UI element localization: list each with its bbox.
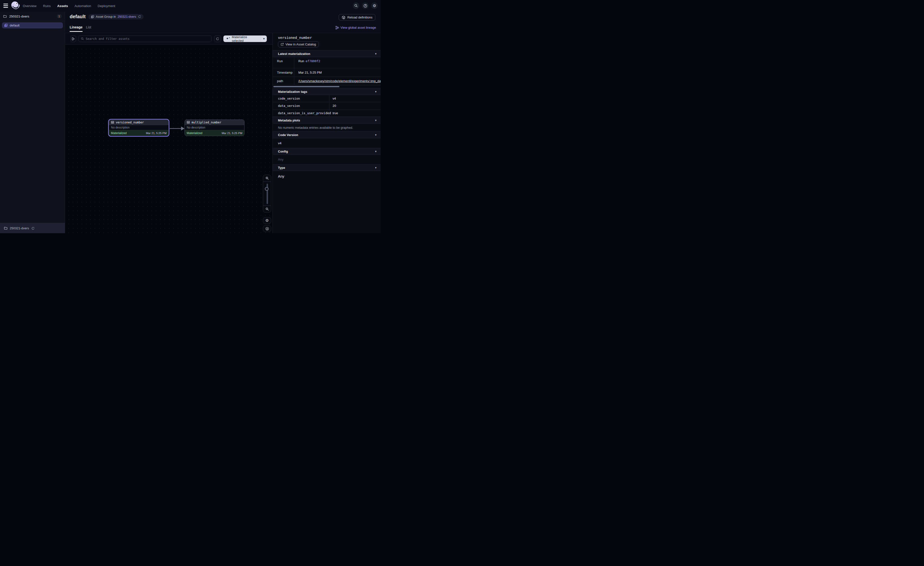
timestamp-key: Timestamp [273, 68, 294, 77]
page-title: default [70, 14, 86, 20]
sidebar-repo-name: 250321-dvers [9, 15, 54, 18]
table-icon [111, 121, 114, 124]
collapse-caret-icon: ▼ [375, 53, 377, 55]
download-graph-button[interactable] [263, 225, 271, 232]
config-value: Any [273, 155, 381, 164]
section-config[interactable]: Config ▼ [273, 148, 381, 155]
materialize-dropdown-button[interactable]: ▼ [261, 35, 267, 42]
materialize-main[interactable]: ✦✦ Materialize selected [224, 35, 261, 42]
asset-node-multiplied-number[interactable]: multiplied_number No description Materia… [184, 119, 244, 136]
view-tabs: Lineage List [70, 25, 91, 32]
help-button[interactable]: ? [362, 2, 369, 9]
settings-button[interactable]: ⚙ [371, 2, 378, 9]
view-global-lineage-label: View global asset lineage [340, 26, 376, 29]
sidebar-item-default[interactable]: default [2, 23, 63, 29]
reload-repo-icon[interactable] [32, 227, 35, 230]
materialized-status: Materialized [187, 131, 202, 135]
nav-runs[interactable]: Runs [43, 4, 51, 8]
top-nav: Overview Runs Assets Automation Deployme… [0, 0, 381, 12]
refresh-graph-button[interactable] [214, 35, 221, 42]
tab-lineage[interactable]: Lineage [70, 25, 82, 32]
path-link[interactable]: /Users/smackesey/stm/code/elementl/exper… [298, 79, 381, 83]
graph-settings-button[interactable]: ⚙ [263, 217, 271, 224]
lineage-graph-canvas[interactable]: versioned_number No description Material… [65, 45, 272, 233]
run-id-link[interactable]: ef7800f2 [306, 59, 320, 63]
dagster-app: Overview Runs Assets Automation Deployme… [0, 0, 381, 233]
tag-key: data_version [273, 102, 330, 109]
nav-assets[interactable]: Assets [57, 4, 68, 8]
path-key: path [273, 77, 294, 85]
zoom-in-button[interactable] [263, 175, 271, 181]
collapse-caret-icon: ▼ [375, 119, 377, 122]
collapse-caret-icon: ▼ [375, 166, 377, 169]
zoom-slider-track[interactable] [267, 184, 268, 204]
collapse-caret-icon: ▼ [375, 150, 377, 153]
chevron-down-icon: ▼ [262, 38, 265, 40]
section-type[interactable]: Type ▼ [273, 164, 381, 171]
view-in-asset-catalog-button[interactable]: View in Asset Catalog [278, 41, 319, 47]
tag-key: data_version_is_user_provided [273, 110, 330, 117]
tag-row-code-version: code_version v4 [273, 95, 381, 102]
scrollbar-thumb[interactable] [273, 86, 339, 87]
menu-icon[interactable] [3, 4, 8, 8]
asset-node-header: multiplied_number [185, 120, 244, 125]
section-latest-materialization[interactable]: Latest materialization ▼ [273, 50, 381, 57]
section-heading: Type [278, 166, 285, 170]
expand-sidebar-panel-button[interactable] [70, 35, 76, 42]
page-header: default Asset Group in 250321-dvers Relo… [65, 12, 381, 33]
help-icon: ? [363, 4, 368, 8]
nav-overview[interactable]: Overview [23, 4, 36, 8]
search-button[interactable] [353, 2, 359, 9]
search-input[interactable] [86, 37, 209, 41]
lineage-graph-icon [336, 26, 339, 29]
reload-cube-icon [342, 15, 345, 20]
section-materialization-tags[interactable]: Materialization tags ▼ [273, 88, 381, 95]
section-code-version[interactable]: Code Version ▼ [273, 131, 381, 138]
sidebar-asset-count: 1 [57, 14, 62, 18]
dagster-logo-icon[interactable] [10, 1, 20, 11]
zoom-slider[interactable] [263, 181, 271, 206]
tab-list[interactable]: List [86, 25, 91, 32]
run-key: Run [273, 57, 294, 68]
materialize-selected-button[interactable]: ✦✦ Materialize selected ▼ [224, 35, 267, 42]
asset-node-status-row: Materialized Mar 21, 5:25 PM [109, 130, 168, 136]
materialize-label: Materialize selected [232, 35, 258, 42]
panel-top: versioned_number View in Asset Catalog [273, 33, 381, 50]
zoom-in-icon [266, 176, 269, 180]
view-in-catalog-label: View in Asset Catalog [285, 42, 316, 46]
refresh-icon [216, 37, 219, 41]
panel-expand-icon [72, 37, 75, 41]
badge-prefix: Asset Group in [96, 15, 116, 18]
gear-icon: ⚙ [373, 4, 376, 8]
svg-text:?: ? [364, 5, 366, 7]
asset-node-status-row: Materialized Mar 21, 5:25 PM [185, 130, 244, 136]
panel-horizontal-scrollbar [273, 85, 381, 88]
footer-repo-name: 250321-dvers [10, 226, 29, 230]
nav-deployment[interactable]: Deployment [98, 4, 115, 8]
section-heading: Latest materialization [278, 52, 310, 56]
asset-node-name: multiplied_number [192, 121, 221, 124]
type-value: Any [273, 171, 381, 181]
section-heading: Metadata plots [278, 119, 300, 122]
asset-groups-sidebar: 250321-dvers 1 default 250321-dvers [0, 12, 65, 233]
asset-node-header: versioned_number [109, 120, 168, 125]
asset-group-badge[interactable]: Asset Group in 250321-dvers [88, 14, 144, 20]
nav-automation[interactable]: Automation [75, 4, 91, 8]
run-value: Run ef7800f2 [294, 57, 381, 68]
search-icon [81, 37, 84, 40]
badge-repo-link[interactable]: 250321-dvers [117, 15, 136, 18]
view-global-lineage-link[interactable]: View global asset lineage [336, 26, 376, 29]
sync-icon[interactable] [138, 15, 141, 18]
asset-node-versioned-number[interactable]: versioned_number No description Material… [109, 119, 169, 136]
table-icon [187, 121, 190, 124]
section-metadata-plots[interactable]: Metadata plots ▼ [273, 117, 381, 123]
sidebar-repo-row[interactable]: 250321-dvers 1 [0, 12, 65, 21]
zoom-out-button[interactable] [263, 206, 271, 212]
zoom-slider-thumb[interactable] [265, 187, 268, 191]
tag-value: 20 [330, 102, 381, 109]
reload-definitions-button[interactable]: Reload definitions [339, 14, 375, 21]
materialized-status: Materialized [111, 131, 127, 135]
folder-icon [4, 226, 8, 230]
tag-row-data-version: data_version 20 [273, 102, 381, 110]
asset-search-box[interactable] [78, 35, 212, 42]
